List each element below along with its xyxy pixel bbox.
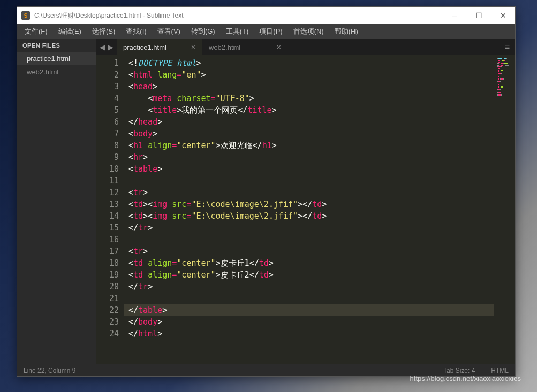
tab[interactable]: practice1.html× — [117, 39, 202, 55]
code-content[interactable]: <!DOCTYPE html><html lang="en"><head> <m… — [124, 55, 494, 364]
code-area[interactable]: 123456789101112131415161718192021222324 … — [96, 55, 515, 364]
code-line[interactable]: <meta charset="UTF-8"> — [124, 93, 494, 104]
minimize-button[interactable]: ─ — [443, 7, 467, 24]
menu-item[interactable]: 项目(P) — [254, 25, 288, 39]
main-area: OPEN FILES practice1.htmlweb2.html ◀ ▶ p… — [17, 39, 515, 364]
sidebar-item[interactable]: practice1.html — [17, 52, 96, 65]
code-line[interactable] — [124, 234, 494, 245]
code-line[interactable]: <tr> — [124, 187, 494, 198]
code-line[interactable]: <td align="center">皮卡丘1</td> — [124, 257, 494, 269]
code-line[interactable]: </html> — [124, 328, 494, 340]
maximize-button[interactable]: ☐ — [467, 7, 491, 24]
code-line[interactable] — [124, 293, 494, 304]
code-line[interactable]: </body> — [124, 316, 494, 328]
close-button[interactable]: ✕ — [491, 7, 515, 24]
close-icon[interactable]: × — [277, 43, 281, 51]
code-line[interactable]: </table> — [124, 304, 494, 316]
gutter: 123456789101112131415161718192021222324 — [96, 55, 124, 364]
menu-item[interactable]: 文件(F) — [19, 25, 53, 39]
minimap[interactable] — [494, 55, 515, 364]
code-line[interactable]: <table> — [124, 163, 494, 175]
menubar: 文件(F)编辑(E)选择(S)查找(I)查看(V)转到(G)工具(T)项目(P)… — [17, 24, 515, 39]
close-icon[interactable]: × — [191, 43, 195, 51]
menu-item[interactable]: 选择(S) — [87, 25, 120, 39]
titlebar[interactable]: S C:\Users\旺财\Desktop\practice1.html - S… — [17, 7, 515, 24]
status-syntax[interactable]: HTML — [491, 367, 509, 374]
menu-item[interactable]: 查看(V) — [152, 25, 186, 39]
menu-item[interactable]: 首选项(N) — [288, 25, 329, 39]
tabbar: ◀ ▶ practice1.html×web2.html× ≡ — [96, 39, 515, 55]
code-line[interactable]: <td><img src="E:\code\image\2.jfif"></td… — [124, 210, 494, 222]
menu-item[interactable]: 转到(G) — [186, 25, 221, 39]
code-line[interactable]: <!DOCTYPE html> — [124, 57, 494, 69]
code-line[interactable]: <td align="center">皮卡丘2</td> — [124, 269, 494, 281]
code-line[interactable]: </tr> — [124, 222, 494, 234]
code-line[interactable]: <title>我的第一个网页</title> — [124, 104, 494, 116]
code-line[interactable]: </head> — [124, 116, 494, 128]
code-line[interactable]: <html lang="en"> — [124, 69, 494, 81]
code-line[interactable]: <body> — [124, 128, 494, 140]
tab-label: web2.html — [209, 43, 240, 51]
code-line[interactable]: </tr> — [124, 281, 494, 293]
status-tab-size[interactable]: Tab Size: 4 — [443, 367, 475, 374]
tab-back-icon[interactable]: ◀ — [100, 43, 105, 51]
editor-area: ◀ ▶ practice1.html×web2.html× ≡ 12345678… — [96, 39, 515, 364]
sidebar-item[interactable]: web2.html — [17, 65, 96, 79]
tab[interactable]: web2.html× — [202, 39, 288, 55]
window-title: C:\Users\旺财\Desktop\practice1.html - Sub… — [34, 11, 443, 20]
menu-item[interactable]: 查找(I) — [120, 25, 152, 39]
tab-label: practice1.html — [123, 43, 167, 51]
code-line[interactable] — [124, 175, 494, 187]
code-line[interactable]: <td><img src="E:\code\image\2.jfif"></td… — [124, 198, 494, 210]
app-icon: S — [21, 11, 30, 20]
sublime-window: S C:\Users\旺财\Desktop\practice1.html - S… — [17, 6, 516, 377]
tab-menu-icon[interactable]: ≡ — [500, 39, 515, 55]
status-position[interactable]: Line 22, Column 9 — [24, 367, 75, 374]
code-line[interactable]: <tr> — [124, 245, 494, 257]
code-line[interactable]: <hr> — [124, 151, 494, 163]
menu-item[interactable]: 帮助(H) — [329, 25, 364, 39]
menu-item[interactable]: 工具(T) — [221, 25, 254, 39]
code-line[interactable]: <h1 align="center">欢迎光临</h1> — [124, 140, 494, 151]
tab-nav-arrows: ◀ ▶ — [96, 39, 117, 55]
code-line[interactable]: <head> — [124, 81, 494, 93]
tab-forward-icon[interactable]: ▶ — [108, 43, 114, 51]
sidebar: OPEN FILES practice1.htmlweb2.html — [17, 39, 96, 364]
window-controls: ─ ☐ ✕ — [443, 7, 515, 24]
sidebar-header: OPEN FILES — [17, 39, 96, 52]
watermark: https://blog.csdn.net/xiaoxiaoxiexies — [410, 374, 521, 382]
menu-item[interactable]: 编辑(E) — [53, 25, 87, 39]
